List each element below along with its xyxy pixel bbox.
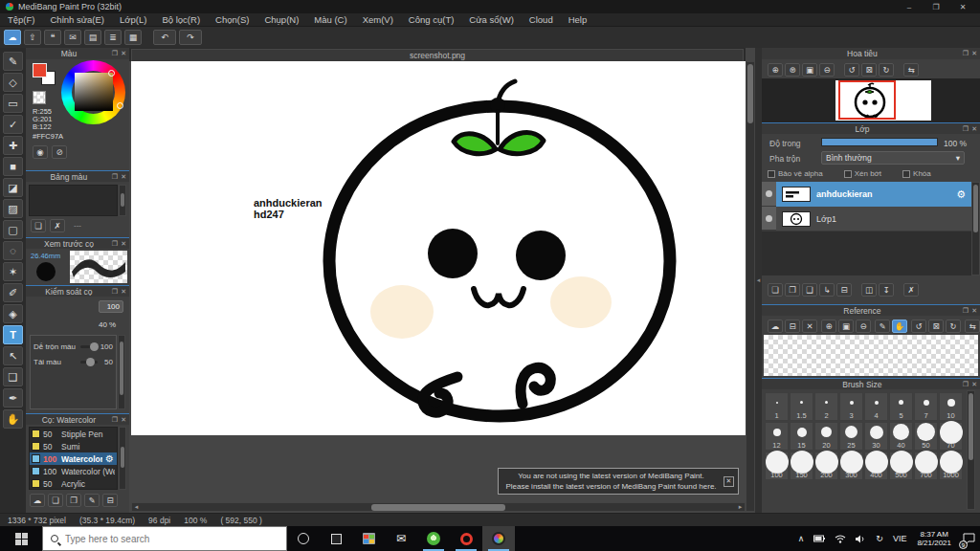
cortana-button[interactable] — [287, 526, 320, 551]
brush-size-cell[interactable]: 10 — [939, 392, 963, 421]
ref-flip-icon[interactable]: ⇆ — [965, 320, 980, 333]
brush-size-cell[interactable]: 1.5 — [790, 392, 813, 421]
fill-shape-tool[interactable]: ■ — [3, 157, 23, 176]
popout-icon[interactable]: ❐ — [963, 50, 969, 57]
select-pen-tool[interactable]: ✐ — [3, 283, 23, 302]
message-icon[interactable]: ✉ — [64, 30, 81, 45]
layer-visibility-cell[interactable] — [762, 207, 776, 231]
brush-list-item[interactable]: 50Sumi — [30, 440, 117, 452]
taskbar-search[interactable] — [42, 526, 287, 551]
task-view-button[interactable] — [320, 526, 352, 551]
scroll-thumb[interactable] — [371, 504, 505, 511]
polyline-tool[interactable]: ✓ — [3, 115, 23, 134]
fit-window-icon[interactable]: ▣ — [802, 63, 817, 77]
popout-icon[interactable]: ❐ — [963, 307, 969, 315]
brush-size-cell[interactable]: 12 — [765, 422, 789, 451]
popout-icon[interactable]: ❐ — [963, 125, 969, 133]
brush-size-cell[interactable]: 300 — [839, 452, 863, 480]
redo-icon[interactable]: ↷ — [179, 30, 202, 45]
brush-size-cell[interactable]: 50 — [914, 422, 938, 451]
mail-button[interactable]: ✉ — [385, 526, 417, 551]
duplicate-layer-icon[interactable]: ◫ — [861, 283, 877, 297]
reset-view-icon[interactable]: ⊠ — [861, 63, 877, 77]
brush-control-scrollbar[interactable] — [118, 335, 125, 409]
select-tool[interactable]: ▢ — [3, 220, 23, 239]
brush-list-item[interactable]: 50Stipple Pen — [30, 428, 117, 440]
shape-brush-tool[interactable]: ▭ — [3, 94, 23, 113]
canvas-vertical-scrollbar[interactable] — [746, 61, 755, 512]
close-panel-icon[interactable]: ✕ — [971, 381, 977, 388]
canvas[interactable]: anhduckieran hd247 — [131, 61, 746, 435]
close-panel-icon[interactable]: ✕ — [121, 416, 126, 424]
brush-size-cell[interactable]: 1 — [765, 392, 789, 421]
move-tool[interactable]: ✚ — [3, 136, 23, 155]
brush-size-cell[interactable]: 15 — [790, 422, 813, 451]
minimize-button[interactable]: – — [896, 0, 923, 13]
brush-folder-icon[interactable]: ⊟ — [102, 494, 118, 507]
menu-item-8[interactable]: Công cụ(T) — [401, 13, 462, 27]
menu-item-11[interactable]: Help — [561, 13, 595, 27]
brush-list-item[interactable]: 100Watercolor⚙ — [30, 452, 117, 465]
merge-layer-icon[interactable]: ↧ — [879, 283, 894, 297]
gear-icon[interactable]: ⚙ — [105, 453, 114, 464]
cloud-download-icon[interactable]: ☁ — [30, 494, 45, 507]
canvas-horizontal-scrollbar[interactable]: ◂ ▸ — [131, 502, 746, 512]
menu-item-4[interactable]: Chọn(S) — [208, 13, 256, 27]
close-button[interactable]: ✕ — [949, 0, 976, 13]
zoom-out-icon[interactable]: ⊖ — [819, 63, 835, 77]
ref-rotate-right-icon[interactable]: ↻ — [946, 320, 961, 333]
popout-icon[interactable]: ❐ — [112, 240, 118, 248]
brush-size-cell[interactable]: 100 — [765, 452, 789, 480]
cloud-icon[interactable]: ☁ — [4, 30, 21, 45]
bucket-tool[interactable]: ◪ — [3, 178, 23, 197]
preferences-icon[interactable]: ≣ — [104, 30, 122, 45]
menu-item-10[interactable]: Cloud — [522, 13, 561, 27]
brush-size-cell[interactable]: 70 — [939, 422, 963, 451]
ref-reset-icon[interactable]: ⊠ — [928, 320, 944, 333]
ref-open-cloud-icon[interactable]: ☁ — [768, 320, 783, 333]
magic-wand-tool[interactable]: ✶ — [3, 262, 23, 281]
layer-checkbox[interactable]: Bảo vệ alpha — [768, 169, 823, 178]
language-indicator[interactable]: VIE — [888, 534, 912, 543]
brush-list-item[interactable]: 50Acrylic — [30, 477, 117, 490]
delete-color-icon[interactable]: ✗ — [50, 219, 65, 232]
store-button[interactable] — [352, 526, 385, 551]
hidden-icons-chevron[interactable]: ∧ — [793, 534, 810, 543]
duplicate-brush-icon[interactable]: ❐ — [66, 494, 81, 507]
brush-size-cell[interactable]: 200 — [814, 452, 838, 480]
ref-fit-icon[interactable]: ▣ — [838, 320, 854, 333]
foreground-color-swatch[interactable] — [33, 63, 47, 77]
document-tab[interactable]: screenshot.png — [131, 49, 744, 61]
brush-size-cell[interactable]: 150 — [790, 452, 813, 480]
comment-icon[interactable]: ❝ — [44, 30, 61, 45]
sync-icon[interactable]: ↻ — [871, 534, 888, 543]
brush-size-cell[interactable]: 700 — [914, 452, 938, 480]
notification-close-icon[interactable]: ✕ — [724, 476, 734, 487]
maximize-button[interactable]: ❐ — [923, 0, 949, 13]
popout-icon[interactable]: ❐ — [112, 50, 118, 57]
menu-item-9[interactable]: Cửa sổ(W) — [461, 13, 521, 27]
brush-list-item[interactable]: 100Watercolor (Wet — [30, 465, 117, 477]
layer-row[interactable]: Lớp1 — [762, 207, 971, 231]
layer-folder-icon[interactable]: ⊟ — [836, 283, 852, 297]
navigator-preview[interactable] — [762, 78, 980, 122]
gradient-tool[interactable]: ▨ — [3, 199, 23, 218]
palette-list[interactable] — [29, 185, 118, 216]
brush-tool[interactable]: ✎ — [3, 52, 23, 71]
close-panel-icon[interactable]: ✕ — [121, 288, 126, 296]
saturation-value-box[interactable] — [75, 73, 113, 111]
blend-mode-select[interactable]: Bình thường ▾ — [821, 151, 965, 165]
edit-brush-icon[interactable]: ✎ — [84, 494, 100, 507]
ref-zoom-in-icon[interactable]: ⊕ — [821, 320, 836, 333]
eraser-tool[interactable]: ◇ — [3, 73, 23, 92]
menu-item-1[interactable]: Chỉnh sửa(E) — [43, 13, 113, 27]
brush-size-cell[interactable]: 25 — [839, 422, 863, 451]
brush-size-value[interactable]: 100 — [99, 300, 123, 313]
brush-size-cell[interactable]: 3 — [839, 392, 863, 421]
layer-list-scrollbar[interactable] — [971, 182, 980, 276]
menu-item-0[interactable]: Tệp(F) — [0, 13, 43, 27]
layer-checkbox[interactable]: Xén bớt — [844, 169, 881, 178]
delete-layer-icon[interactable]: ✗ — [903, 283, 919, 297]
palette-scrollbar[interactable] — [119, 185, 126, 216]
battery-icon[interactable] — [809, 535, 830, 542]
